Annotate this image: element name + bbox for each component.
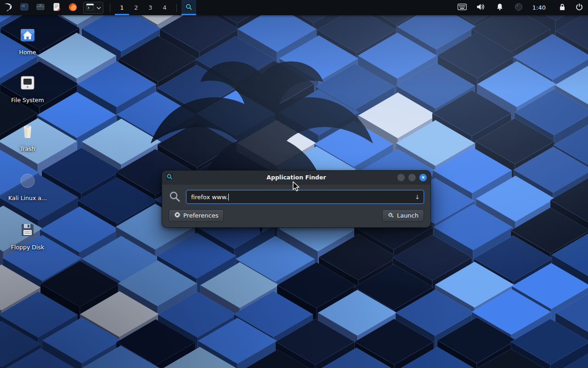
launch-button-label: Launch [397, 212, 418, 219]
kali-menu-icon [3, 2, 13, 13]
desktop-icon-label: Kali Linux a... [8, 195, 47, 201]
launcher-firefox[interactable] [65, 0, 80, 15]
notifications-bell-icon [496, 3, 503, 12]
terminal-launcher-group [83, 2, 103, 14]
desktop-icon-label: Trash [20, 145, 35, 152]
titlebar[interactable]: Application Finder ✕ [162, 171, 430, 184]
desktop-icon-floppy-disk[interactable]: Floppy Disk [4, 221, 51, 251]
filesystem-drive-icon [18, 74, 37, 93]
desktop-icon-home[interactable]: Home [4, 26, 51, 56]
workspace-button-1[interactable]: 1 [115, 0, 129, 15]
launcher-text-editor[interactable] [49, 0, 64, 15]
launch-button[interactable]: Launch [382, 209, 424, 222]
appfinder-icon [185, 3, 193, 12]
top-panel: 1 2 3 4 [0, 0, 588, 15]
minimize-button[interactable] [397, 174, 405, 181]
terminal-dropdown-button[interactable] [96, 2, 102, 13]
window-manager-icon [20, 2, 29, 13]
status-circle-icon [514, 3, 523, 12]
search-input[interactable]: firefox www. ↓ [186, 190, 424, 204]
preferences-button[interactable]: Preferences [169, 209, 224, 222]
search-input-text: firefox www. [191, 194, 228, 201]
text-caret [228, 194, 229, 201]
panel-separator [110, 4, 110, 12]
dropdown-caret-icon [96, 4, 101, 11]
lock-screen-button[interactable] [558, 0, 566, 15]
maximize-button[interactable] [408, 174, 416, 181]
terminal-icon [86, 3, 94, 12]
panel-right: 1:40 [457, 0, 583, 15]
launcher-terminal[interactable] [85, 2, 96, 13]
home-folder-icon [18, 26, 37, 46]
desktop-icon-kali-link[interactable]: Kali Linux a... [4, 172, 51, 201]
keyboard-icon [458, 4, 467, 12]
power-icon [576, 3, 583, 12]
floppy-disk-icon [18, 221, 37, 241]
firefox-icon [68, 2, 78, 13]
volume-tray-button[interactable] [476, 0, 486, 15]
workspace-button-3[interactable]: 3 [143, 0, 158, 15]
gear-icon [174, 212, 181, 219]
text-editor-icon [52, 2, 61, 13]
lock-icon [559, 3, 565, 12]
panel-left: 1 2 3 4 [1, 0, 196, 15]
search-icon [169, 190, 181, 204]
desktop-icon-label: Home [19, 49, 36, 56]
taskbar-appfinder-button[interactable] [181, 0, 196, 15]
launch-icon [388, 212, 394, 219]
session-buttons [558, 0, 583, 15]
preferences-button-label: Preferences [183, 212, 218, 219]
keyboard-tray-button[interactable] [457, 0, 467, 15]
desktop-icon-label: Floppy Disk [11, 244, 44, 251]
appfinder-body: firefox www. ↓ Preferences [162, 184, 430, 227]
workspace-button-2[interactable]: 2 [129, 0, 143, 15]
workspace-button-4[interactable]: 4 [158, 0, 172, 15]
launcher-window-manager[interactable] [17, 0, 32, 15]
application-finder-window: Application Finder ✕ firefox www. ↓ [162, 170, 431, 228]
file-manager-icon [36, 2, 45, 13]
power-button[interactable] [575, 0, 583, 15]
panel-clock[interactable]: 1:40 [532, 4, 546, 11]
close-button[interactable]: ✕ [419, 174, 427, 181]
status-circle-tray-button[interactable] [514, 0, 524, 15]
kali-link-icon [18, 172, 37, 191]
launcher-file-manager[interactable] [33, 0, 48, 15]
panel-separator [176, 4, 177, 12]
trash-icon [18, 122, 37, 142]
desktop-icon-trash[interactable]: Trash [4, 122, 51, 152]
workspace-switcher: 1 2 3 4 [115, 0, 172, 15]
appfinder-window-icon [166, 173, 173, 182]
desktop-icon-file-system[interactable]: File System [4, 74, 51, 104]
notifications-tray-button[interactable] [495, 0, 505, 15]
applications-menu-button[interactable] [1, 0, 16, 15]
window-title: Application Finder [198, 174, 395, 181]
desktop-icon-label: File System [11, 97, 44, 104]
volume-icon [476, 3, 485, 12]
entry-dropdown-arrow-icon[interactable]: ↓ [415, 194, 420, 201]
